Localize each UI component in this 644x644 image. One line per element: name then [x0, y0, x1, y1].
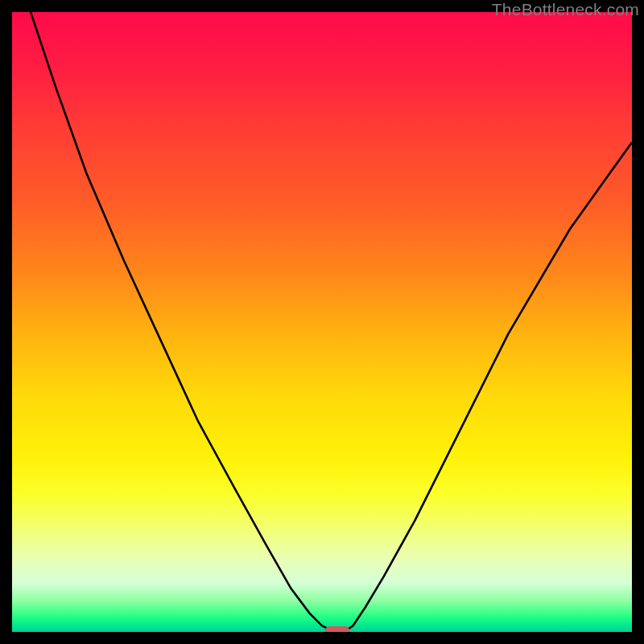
optimum-marker	[324, 626, 350, 632]
watermark-text: TheBottleneck.com	[492, 0, 639, 19]
chart-frame: TheBottleneck.com	[0, 0, 644, 644]
bottleneck-curve	[12, 12, 632, 632]
plot-area	[12, 12, 632, 632]
